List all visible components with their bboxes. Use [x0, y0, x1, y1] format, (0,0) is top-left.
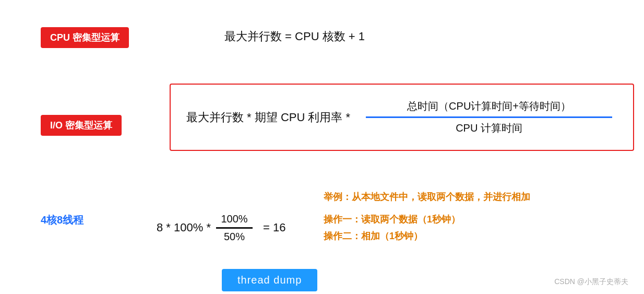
cpu-badge: CPU 密集型运算 [41, 27, 129, 48]
calc-base: 8 * 100% * [157, 221, 211, 234]
io-denominator: CPU 计算时间 [456, 121, 522, 135]
cpu-formula: 最大并行数 = CPU 核数 + 1 [224, 29, 365, 44]
watermark: CSDN @小黑子史蒂夫 [554, 277, 628, 287]
thread-dump-button[interactable]: thread dump [222, 269, 317, 291]
io-badge: I/O 密集型运算 [41, 115, 122, 136]
calc-row: 8 * 100% * 100% 50% = 16 [157, 213, 285, 243]
io-formula-left: 最大并行数 * 期望 CPU 利用率 * [186, 110, 350, 125]
page-container: CPU 密集型运算 最大并行数 = CPU 核数 + 1 I/O 密集型运算 最… [0, 0, 644, 294]
calc-fraction-bottom: 50% [224, 231, 245, 243]
io-formula-box: 最大并行数 * 期望 CPU 利用率 * 总时间（CPU计算时间+等待时间） C… [170, 84, 634, 151]
io-numerator: 总时间（CPU计算时间+等待时间） [407, 99, 571, 113]
calc-fraction: 100% 50% [216, 213, 253, 243]
calc-fraction-top: 100% [221, 213, 247, 225]
op-two: 操作二：相加（1秒钟） [324, 230, 423, 242]
cpu-formula-text: 最大并行数 = CPU 核数 + 1 [224, 30, 365, 43]
io-formula-fraction: 总时间（CPU计算时间+等待时间） CPU 计算时间 [366, 99, 612, 135]
calc-fraction-line [216, 227, 253, 229]
example-title: 举例：从本地文件中，读取两个数据，并进行相加 [324, 191, 530, 203]
calc-result: = 16 [263, 221, 285, 234]
cores-label: 4核8线程 [41, 213, 84, 227]
io-divider-line [366, 116, 612, 118]
op-one: 操作一：读取两个数据（1秒钟） [324, 213, 460, 226]
